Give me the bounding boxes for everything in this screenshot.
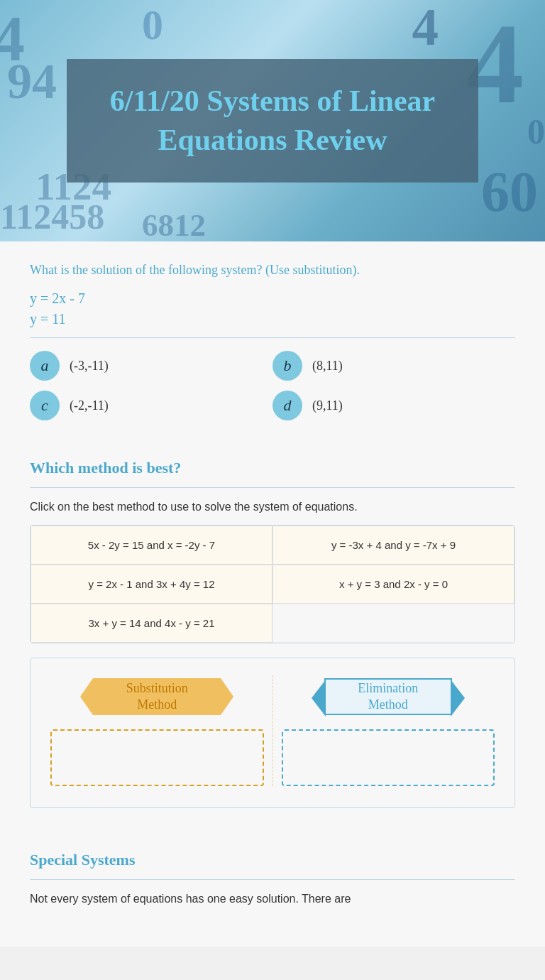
option-d-label: (9,11)	[312, 398, 343, 413]
eq-card-3[interactable]: y = 2x - 1 and 3x + 4y = 12	[31, 565, 272, 604]
option-d[interactable]: d (9,11)	[272, 391, 515, 420]
hero-section: 4 4 94 112458 60 0 1124 0 4 6812 6/11/20…	[0, 0, 545, 241]
elimination-banner[interactable]: EliminationMethod	[317, 675, 459, 718]
eq-card-2[interactable]: y = -3x + 4 and y = -7x + 9	[272, 526, 514, 565]
option-a-badge: a	[30, 351, 60, 381]
page-title: 6/11/20 Systems of Linear Equations Revi…	[101, 82, 444, 159]
substitution-drop-area[interactable]	[50, 729, 264, 786]
option-b-badge: b	[272, 351, 302, 381]
option-b-label: (8,11)	[312, 359, 343, 374]
option-d-badge: d	[272, 391, 302, 420]
method-drop-zones: SubstitutionMethod EliminationMethod	[30, 658, 515, 808]
option-a-label: (-3,-11)	[70, 359, 109, 374]
option-c[interactable]: c (-2,-11)	[30, 391, 272, 420]
option-b[interactable]: b (8,11)	[272, 351, 515, 381]
equation-1: y = 2x - 7	[30, 290, 515, 307]
eq-card-5[interactable]: 3x + y = 14 and 4x - y = 21	[31, 604, 272, 643]
q1-section: What is the solution of the following sy…	[30, 241, 515, 433]
special-text: Not every system of equations has one ea…	[30, 893, 515, 905]
eq-card-4[interactable]: x + y = 3 and 2x - y = 0	[272, 565, 514, 604]
eq-row-3: 3x + y = 14 and 4x - y = 21	[31, 604, 514, 643]
option-a[interactable]: a (-3,-11)	[30, 351, 272, 381]
method-instruction: Click on the best method to use to solve…	[30, 501, 515, 513]
eq-row-1: 5x - 2y = 15 and x = -2y - 7 y = -3x + 4…	[31, 526, 514, 565]
main-content: What is the solution of the following sy…	[0, 241, 545, 947]
equation-cards: 5x - 2y = 15 and x = -2y - 7 y = -3x + 4…	[30, 525, 515, 643]
method-section: Which method is best? Click on the best …	[30, 433, 515, 837]
question-text: What is the solution of the following sy…	[30, 263, 515, 278]
divider-1	[30, 337, 515, 338]
equation-2: y = 11	[30, 311, 515, 327]
answer-options: a (-3,-11) b (8,11) c (-2,-11) d (9,11)	[30, 351, 515, 420]
option-c-badge: c	[30, 391, 60, 420]
eq-card-empty	[272, 604, 514, 643]
special-heading: Special Systems	[30, 851, 515, 869]
method-heading: Which method is best?	[30, 459, 515, 477]
elimination-label: EliminationMethod	[324, 678, 452, 715]
special-section: Special Systems Not every system of equa…	[30, 837, 515, 924]
eq-row-2: y = 2x - 1 and 3x + 4y = 12 x + y = 3 an…	[31, 565, 514, 604]
substitution-zone: SubstitutionMethod	[42, 675, 273, 786]
hero-title-box: 6/11/20 Systems of Linear Equations Revi…	[67, 59, 478, 182]
substitution-label: SubstitutionMethod	[93, 678, 221, 715]
divider-3	[30, 879, 515, 880]
elimination-drop-area[interactable]	[282, 729, 495, 786]
divider-2	[30, 487, 515, 488]
substitution-banner[interactable]: SubstitutionMethod	[86, 675, 228, 718]
option-c-label: (-2,-11)	[70, 398, 109, 413]
elimination-zone: EliminationMethod	[273, 675, 504, 786]
eq-card-1[interactable]: 5x - 2y = 15 and x = -2y - 7	[31, 526, 272, 565]
